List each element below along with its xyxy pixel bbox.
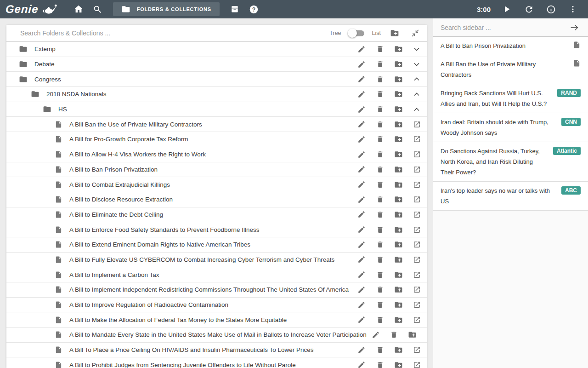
- add-to-folder-button[interactable]: [389, 87, 407, 101]
- open-in-new-button[interactable]: [407, 148, 426, 161]
- document-row[interactable]: A Bill To Place a Price Ceiling On HIV/A…: [6, 343, 427, 358]
- document-row[interactable]: A Bill to Make the Allocation of Federal…: [6, 312, 427, 328]
- collapse-button[interactable]: [407, 72, 426, 86]
- open-in-new-button[interactable]: [407, 223, 426, 236]
- add-to-folder-button[interactable]: [389, 298, 407, 312]
- edit-button[interactable]: [352, 72, 371, 86]
- folder-row[interactable]: HS: [6, 102, 427, 117]
- add-to-folder-button[interactable]: [389, 207, 407, 221]
- open-in-new-button[interactable]: [407, 313, 426, 327]
- document-row[interactable]: A Bill to Improve Regulation of Radioact…: [6, 298, 427, 313]
- delete-button[interactable]: [371, 87, 389, 101]
- refresh-button[interactable]: [519, 0, 538, 18]
- edit-button[interactable]: [352, 358, 371, 368]
- add-to-folder-button[interactable]: [389, 238, 407, 252]
- delete-button[interactable]: [385, 328, 403, 342]
- delete-button[interactable]: [371, 313, 389, 327]
- document-row[interactable]: A Bill to Mandate Every State in the Uni…: [6, 328, 427, 343]
- document-row[interactable]: A Bill to Implement a Carbon Tax: [6, 267, 427, 282]
- home-button[interactable]: [69, 0, 88, 18]
- edit-button[interactable]: [352, 178, 371, 191]
- app-logo[interactable]: Genie: [6, 3, 57, 16]
- open-in-new-button[interactable]: [407, 162, 426, 176]
- edit-button[interactable]: [352, 148, 371, 161]
- add-to-folder-button[interactable]: [389, 72, 407, 86]
- delete-button[interactable]: [371, 283, 389, 297]
- document-row[interactable]: A Bill Ban the Use of Private Military C…: [6, 117, 427, 132]
- expand-button[interactable]: [407, 58, 426, 71]
- edit-button[interactable]: [352, 132, 371, 146]
- add-to-folder-button[interactable]: [403, 328, 422, 342]
- edit-button[interactable]: [352, 313, 371, 327]
- document-row[interactable]: A Bill to Extend Eminent Domain Rights t…: [6, 237, 427, 253]
- open-in-new-button[interactable]: [407, 238, 426, 252]
- sidebar-search-input[interactable]: Search sidebar ...: [441, 24, 568, 31]
- play-timer-button[interactable]: [497, 0, 516, 18]
- open-in-new-button[interactable]: [407, 132, 426, 146]
- delete-button[interactable]: [371, 253, 389, 266]
- add-to-folder-button[interactable]: [389, 193, 407, 207]
- open-in-new-button[interactable]: [407, 253, 426, 266]
- delete-button[interactable]: [371, 132, 389, 146]
- delete-button[interactable]: [371, 193, 389, 207]
- folders-collections-button[interactable]: FOLDERS & COLLECTIONS: [113, 2, 220, 16]
- delete-button[interactable]: [371, 103, 389, 116]
- open-in-new-button[interactable]: [407, 358, 426, 368]
- delete-button[interactable]: [371, 117, 389, 131]
- delete-button[interactable]: [371, 298, 389, 312]
- add-to-folder-button[interactable]: [389, 343, 407, 357]
- add-to-folder-button[interactable]: [389, 117, 407, 131]
- document-row[interactable]: A Bill to Enforce Food Safety Standards …: [6, 222, 427, 237]
- delete-button[interactable]: [371, 72, 389, 86]
- add-to-folder-button[interactable]: [389, 58, 407, 71]
- document-row[interactable]: A Bill to Ban Prison Privatization: [6, 162, 427, 178]
- edit-button[interactable]: [352, 298, 371, 312]
- document-row[interactable]: A Bill for Pro-Growth Corporate Tax Refo…: [6, 132, 427, 147]
- add-to-folder-button[interactable]: [389, 313, 407, 327]
- document-row[interactable]: A Bill to Combat Extrajudicial Killings: [6, 177, 427, 192]
- document-row[interactable]: A Bill to Disclose Resource Extraction: [6, 192, 427, 207]
- main-search-input[interactable]: Search Folders & Collections ...: [20, 29, 329, 37]
- help-button[interactable]: ?: [244, 0, 264, 18]
- edit-button[interactable]: [352, 162, 371, 176]
- document-row[interactable]: A Bill to Allow H-4 Visa Workers the Rig…: [6, 147, 427, 162]
- document-row[interactable]: A Bill to Eliminate the Debt Ceiling: [6, 207, 427, 223]
- open-in-new-button[interactable]: [407, 193, 426, 207]
- collapse-all-button[interactable]: [408, 26, 422, 40]
- delete-button[interactable]: [371, 162, 389, 176]
- edit-button[interactable]: [352, 343, 371, 357]
- delete-button[interactable]: [371, 58, 389, 71]
- open-in-new-button[interactable]: [407, 343, 426, 357]
- add-to-folder-button[interactable]: [389, 42, 407, 56]
- folder-row[interactable]: Debate: [6, 57, 427, 72]
- edit-button[interactable]: [352, 117, 371, 131]
- add-to-folder-button[interactable]: [389, 358, 407, 368]
- info-button[interactable]: [541, 0, 560, 18]
- collapse-button[interactable]: [407, 103, 426, 116]
- edit-button[interactable]: [352, 268, 371, 282]
- timer-display[interactable]: 3:00: [477, 6, 491, 13]
- create-folder-button[interactable]: [388, 26, 401, 40]
- add-to-folder-button[interactable]: [389, 253, 407, 266]
- delete-button[interactable]: [371, 148, 389, 161]
- sidebar-result-item[interactable]: Iran's top leader says no war or talks w…: [433, 182, 588, 211]
- document-row[interactable]: A Bill to Fully Elevate US CYBERCOM to C…: [6, 253, 427, 268]
- edit-button[interactable]: [352, 87, 371, 101]
- sidebar-result-item[interactable]: A Bill Ban the Use of Private Military C…: [433, 55, 588, 84]
- add-to-folder-button[interactable]: [389, 103, 407, 116]
- tree-list-toggle[interactable]: [349, 30, 364, 36]
- document-row[interactable]: A Bill to Implement Independent Redistri…: [6, 282, 427, 298]
- folder-row[interactable]: 2018 NSDA Nationals: [6, 87, 427, 102]
- expand-button[interactable]: [407, 42, 426, 56]
- add-to-folder-button[interactable]: [389, 162, 407, 176]
- delete-button[interactable]: [371, 358, 389, 368]
- edit-button[interactable]: [352, 238, 371, 252]
- add-to-folder-button[interactable]: [389, 283, 407, 297]
- delete-button[interactable]: [371, 42, 389, 56]
- sidebar-result-item[interactable]: Bringing Back Sanctions Will Hurt U.S. A…: [433, 84, 588, 113]
- delete-button[interactable]: [371, 178, 389, 191]
- archive-button[interactable]: [225, 0, 244, 18]
- open-in-new-button[interactable]: [407, 207, 426, 221]
- add-to-folder-button[interactable]: [389, 132, 407, 146]
- add-to-folder-button[interactable]: [389, 223, 407, 236]
